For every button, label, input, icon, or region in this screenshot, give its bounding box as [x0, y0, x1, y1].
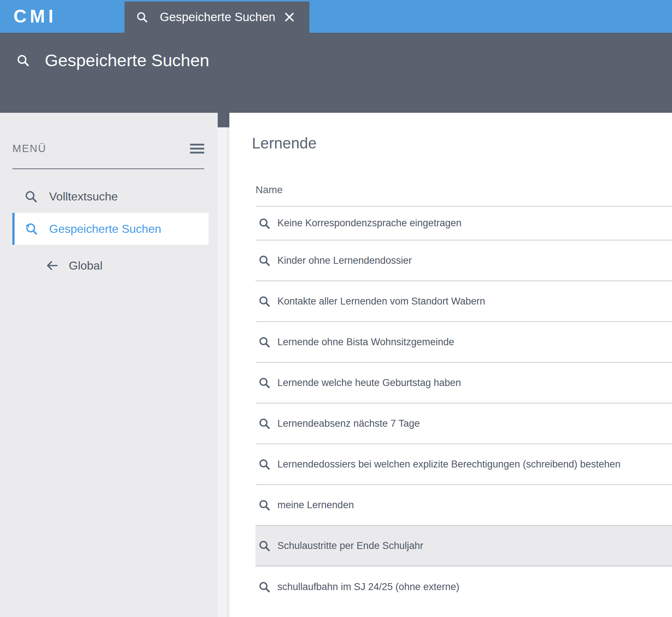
column-header-name[interactable]: Name — [256, 174, 672, 207]
app-window: CMI Gespeicherte Suchen Gespeicherte Suc… — [0, 0, 672, 617]
arrow-left-icon — [46, 259, 59, 272]
tab-gespeicherte-suchen[interactable]: Gespeicherte Suchen — [124, 1, 309, 33]
list-item[interactable]: Lernendedossiers bei welchen explizite B… — [256, 444, 672, 485]
list-item-label: Kontakte aller Lernenden vom Standort Wa… — [277, 296, 485, 307]
list-item-label: Lernendeabsenz nächste 7 Tage — [277, 418, 420, 429]
list-item-highlighted[interactable]: Schulaustritte per Ende Schuljahr — [256, 526, 672, 566]
sidebar-item-label: Gespeicherte Suchen — [49, 222, 161, 236]
app-logo: CMI — [13, 6, 57, 27]
list-item[interactable]: Kinder ohne Lernendendossier — [256, 240, 672, 281]
list-item-label: Kinder ohne Lernendendossier — [277, 255, 412, 266]
content-title: Lernende — [252, 135, 317, 152]
search-icon — [258, 580, 271, 593]
search-icon — [258, 498, 271, 511]
search-icon — [258, 217, 271, 230]
list-item-label: Lernende ohne Bista Wohnsitzgemeinde — [277, 337, 454, 348]
search-icon — [258, 539, 271, 552]
menu-label: MENÜ — [12, 143, 46, 155]
hamburger-icon[interactable] — [190, 144, 204, 154]
list-item[interactable]: Lernende ohne Bista Wohnsitzgemeinde — [256, 322, 672, 363]
sidebar-item-volltextsuche[interactable]: Volltextsuche — [0, 180, 218, 213]
search-icon — [258, 376, 271, 389]
menu-divider — [12, 168, 204, 169]
list-item[interactable]: schullaufbahn im SJ 24/25 (ohne externe) — [256, 566, 672, 607]
search-icon — [258, 254, 271, 267]
list-item[interactable]: Keine Korrespondenzsprache eingetragen — [256, 207, 672, 240]
list-item-label: Lernendedossiers bei welchen explizite B… — [277, 459, 621, 470]
panel-divider-notch — [218, 113, 229, 127]
page-title: Gespeicherte Suchen — [45, 50, 209, 70]
page-header: Gespeicherte Suchen Global Lernende — [0, 33, 672, 113]
list-item-label: Keine Korrespondenzsprache eingetragen — [277, 218, 462, 229]
search-icon — [135, 11, 149, 24]
search-icon — [16, 53, 30, 68]
list-item-label: Schulaustritte per Ende Schuljahr — [277, 540, 423, 552]
list-item[interactable]: Kontakte aller Lernenden vom Standort Wa… — [256, 281, 672, 322]
sidebar-menu: MENÜ Volltextsuche — [0, 113, 218, 617]
close-icon[interactable] — [283, 11, 296, 23]
panel-divider — [218, 113, 229, 617]
search-icon — [24, 189, 38, 204]
sidebar-item-label: Global — [69, 259, 103, 272]
main-panel: Lernende Name Keine Korrespondenzsprache… — [229, 113, 672, 617]
search-icon — [258, 295, 271, 308]
search-icon — [258, 335, 271, 349]
list-item[interactable]: Lernendeabsenz nächste 7 Tage — [256, 403, 672, 444]
sidebar-item-gespeicherte-suchen[interactable]: Gespeicherte Suchen — [12, 213, 209, 245]
search-icon — [258, 458, 271, 471]
search-icon — [258, 417, 271, 430]
top-bar: CMI Gespeicherte Suchen — [0, 0, 672, 33]
saved-search-list: Name Keine Korrespondenzsprache eingetra… — [256, 174, 672, 607]
list-item[interactable]: Lernende welche heute Geburtstag haben — [256, 363, 672, 403]
sidebar-item-global-back[interactable]: Global — [0, 249, 218, 282]
list-item[interactable]: meine Lernenden — [256, 485, 672, 526]
sidebar-item-label: Volltextsuche — [49, 190, 118, 203]
list-item-label: meine Lernenden — [277, 499, 354, 511]
list-item-label: Lernende welche heute Geburtstag haben — [277, 377, 461, 389]
saved-search-icon — [24, 222, 38, 236]
list-item-label: schullaufbahn im SJ 24/25 (ohne externe) — [277, 581, 459, 593]
tab-label: Gespeicherte Suchen — [160, 10, 275, 24]
